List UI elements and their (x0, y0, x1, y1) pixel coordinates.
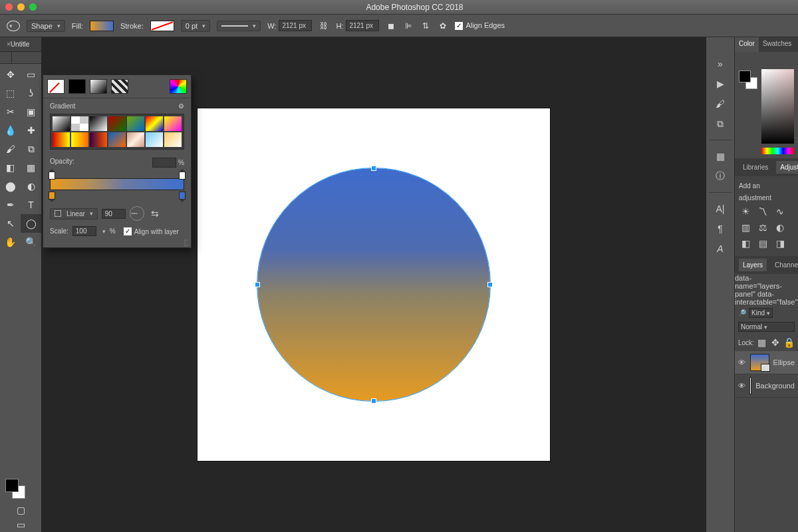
gradient-preset-2[interactable] (90, 116, 107, 131)
gear-icon[interactable]: ✿ (438, 21, 448, 31)
tab-libraries[interactable]: Libraries (739, 161, 772, 174)
brush-settings-icon[interactable]: 🖌 (714, 97, 727, 110)
healing-tool-icon[interactable]: ✚ (21, 121, 41, 140)
tab-layers[interactable]: Layers (739, 259, 767, 271)
hue-slider[interactable] (761, 148, 794, 154)
anchor-left-icon[interactable] (255, 282, 260, 287)
layer-visibility-icon[interactable]: 👁 (738, 382, 745, 390)
align-with-layer-checkbox[interactable]: Align with layer (124, 227, 179, 235)
gradient-preset-13[interactable] (164, 132, 182, 147)
color-picker-icon[interactable] (170, 79, 187, 94)
type-tool-icon[interactable]: T (21, 196, 41, 214)
blend-mode-select[interactable]: Normal (738, 322, 795, 332)
gradient-preset-6[interactable] (164, 116, 182, 131)
resize-grip-icon[interactable]: ⣏ (43, 239, 191, 247)
balance-icon[interactable]: ⚖ (756, 221, 769, 235)
ellipse-shape[interactable] (257, 168, 490, 401)
height-field[interactable] (346, 20, 379, 31)
paragraph-panel-icon[interactable]: ¶ (714, 222, 727, 235)
fill-pattern-icon[interactable] (111, 79, 128, 94)
lock-pixels-icon[interactable]: ▦ (757, 336, 767, 349)
info-panel-icon[interactable]: ⓘ (714, 170, 727, 183)
path-arrangement-icon[interactable]: ⇅ (420, 21, 431, 31)
color-field[interactable] (761, 69, 794, 144)
anchor-right-icon[interactable] (487, 282, 493, 287)
character-panel-icon[interactable]: A| (714, 202, 727, 215)
path-alignment-icon[interactable]: ⊫ (403, 21, 414, 31)
anchor-top-icon[interactable] (371, 166, 376, 171)
maximize-window-icon[interactable] (29, 3, 37, 11)
gradient-preset-8[interactable] (71, 132, 88, 147)
path-operations-icon[interactable]: ◼ (386, 21, 396, 31)
layer-row-ellipse[interactable]: 👁 Ellipse (735, 351, 798, 374)
brightness-icon[interactable]: ☀ (739, 205, 752, 219)
fill-none-icon[interactable] (47, 79, 65, 94)
marquee-tool-icon[interactable]: ⬚ (0, 84, 21, 102)
anchor-bottom-icon[interactable] (371, 398, 376, 404)
close-window-icon[interactable] (5, 3, 13, 11)
align-edges-checkbox[interactable]: Align Edges (455, 21, 505, 30)
levels-icon[interactable]: 〽 (756, 205, 769, 219)
fill-solid-icon[interactable] (68, 79, 86, 94)
eyedropper-tool-icon[interactable]: 💧 (0, 121, 21, 140)
angle-dial-icon[interactable] (130, 206, 144, 221)
color-stop-left-icon[interactable] (49, 192, 55, 200)
lock-all-icon[interactable]: 🔒 (783, 336, 795, 349)
opacity-field[interactable] (152, 158, 176, 168)
gradient-type-select[interactable]: Linear (50, 208, 98, 219)
tab-color[interactable]: Color (735, 37, 759, 52)
hand-tool-icon[interactable]: ✋ (0, 233, 21, 251)
angle-field[interactable] (102, 209, 126, 219)
minimize-window-icon[interactable] (17, 3, 25, 11)
tab-adjustments[interactable]: Adjustments (776, 161, 798, 174)
quick-mask-icon[interactable]: ▢ (0, 503, 41, 517)
layer-filter-select[interactable]: Kind (749, 308, 773, 318)
gradient-preset-11[interactable] (127, 132, 144, 147)
lock-position-icon[interactable]: ✥ (770, 336, 781, 349)
tab-swatches[interactable]: Swatches (759, 37, 795, 52)
tool-mode-select[interactable]: Shape (27, 20, 65, 32)
fill-swatch[interactable] (90, 21, 114, 31)
link-dimensions-icon[interactable]: ⛓ (319, 21, 329, 31)
foreground-background-swatch[interactable] (0, 476, 41, 503)
clone-tool-icon[interactable]: ⧉ (21, 140, 41, 158)
bw-icon[interactable]: ◐ (773, 221, 787, 235)
gradient-bar[interactable] (50, 178, 184, 190)
stroke-swatch[interactable] (150, 21, 174, 31)
foreground-color-swatch[interactable] (5, 479, 19, 492)
gradient-preset-3[interactable] (108, 116, 126, 131)
frame-tool-icon[interactable]: ▣ (21, 102, 41, 121)
gradient-preset-10[interactable] (108, 132, 126, 147)
gradient-menu-gear-icon[interactable]: ⚙ (178, 102, 184, 110)
gradient-preset-1[interactable] (71, 116, 88, 131)
clone-source-icon[interactable]: ⧉ (714, 117, 727, 130)
scale-field[interactable] (72, 226, 96, 236)
screen-mode-icon[interactable]: ▭ (0, 517, 41, 532)
layer-visibility-icon[interactable]: 👁 (738, 358, 746, 366)
eraser-tool-icon[interactable]: ◧ (0, 158, 21, 177)
swatches-panel-icon[interactable]: ▦ (714, 150, 727, 163)
crop-tool-icon[interactable]: ✂ (0, 102, 21, 121)
opacity-stop-left-icon[interactable] (49, 172, 55, 180)
gradient-preset-0[interactable] (53, 116, 70, 131)
blur-tool-icon[interactable]: ⬤ (0, 177, 21, 196)
fill-gradient-icon[interactable] (90, 79, 107, 94)
artboard-tool-icon[interactable]: ▭ (21, 65, 41, 84)
shape-tool-icon[interactable] (7, 21, 20, 31)
lasso-tool-icon[interactable]: ʖ (21, 84, 41, 102)
layer-thumbnail-icon[interactable] (749, 377, 751, 394)
poster-icon[interactable]: ▤ (756, 237, 769, 251)
document-tab[interactable]: × Untitle (0, 37, 41, 52)
curves-icon[interactable]: ∿ (773, 205, 787, 219)
brush-tool-icon[interactable]: 🖌 (0, 140, 21, 158)
hue-icon[interactable]: ▥ (739, 221, 752, 235)
invert-icon[interactable]: ◧ (739, 237, 752, 251)
stroke-style-select[interactable] (217, 21, 261, 31)
zoom-tool-icon[interactable]: 🔍 (21, 233, 41, 251)
gradient-editor[interactable] (50, 172, 184, 200)
actions-play-icon[interactable]: ▶ (714, 77, 727, 90)
tab-channels[interactable]: Channels (771, 259, 798, 271)
gradient-preset-7[interactable] (53, 132, 70, 147)
dodge-tool-icon[interactable]: ◐ (21, 177, 41, 196)
canvas[interactable] (198, 108, 550, 461)
